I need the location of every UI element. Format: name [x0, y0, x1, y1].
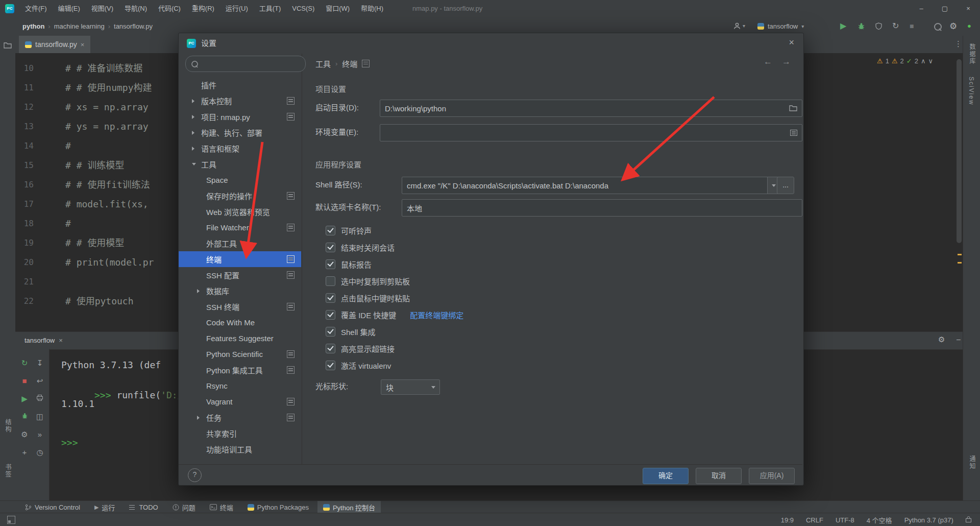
- toolwindow-todo[interactable]: TODO: [124, 501, 163, 513]
- soft-wrap-icon[interactable]: ↩: [34, 375, 45, 387]
- settings-tree-item-plugins[interactable]: 插件: [179, 77, 301, 93]
- menu-window[interactable]: 窗口(W): [321, 0, 354, 17]
- editor-code-line[interactable]: #: [65, 136, 71, 156]
- editor-code-line[interactable]: # 使用pytouch: [65, 292, 134, 311]
- console-settings-gear-icon[interactable]: ⚙: [938, 335, 945, 344]
- breadcrumb-folder[interactable]: machine learning: [54, 22, 105, 30]
- editor-code-line[interactable]: # # 准备训练数据: [65, 59, 142, 78]
- editor-code-line[interactable]: # # 使用fit训练法: [65, 175, 150, 195]
- checkbox-audible-bell[interactable]: [326, 226, 335, 235]
- menu-vcs[interactable]: VCS(S): [287, 0, 319, 17]
- console-command[interactable]: runfile(: [111, 390, 161, 400]
- stop-button[interactable]: ■: [910, 22, 914, 30]
- toolwindow-python-console[interactable]: Python 控制台: [317, 501, 381, 513]
- settings-tree-item-database[interactable]: 数据库: [179, 283, 301, 299]
- inspections-widget[interactable]: ⚠ 1 ⚠ 2 ✓ 2 ∧ ∨: [877, 57, 933, 65]
- run-button[interactable]: ▶: [840, 22, 846, 30]
- prev-problem-icon[interactable]: ∧: [921, 57, 926, 65]
- notifications-toolwindow-button[interactable]: 通知: [968, 456, 976, 470]
- chevron-right-icon[interactable]: [192, 147, 201, 151]
- user-dropdown-icon[interactable]: ▾: [743, 23, 745, 29]
- settings-tree-item-terminal[interactable]: 终端: [179, 251, 301, 267]
- checkbox-override-ide-shortcuts[interactable]: [326, 310, 335, 320]
- checkbox-copy-on-selection[interactable]: [326, 276, 335, 286]
- editor-options-icon[interactable]: ⋮: [954, 39, 962, 49]
- checkbox-activate-virtualenv[interactable]: [326, 361, 335, 370]
- database-toolwindow-button[interactable]: 数据库: [968, 43, 976, 65]
- minimize-button[interactable]: –: [910, 0, 933, 17]
- menu-view[interactable]: 视图(V): [87, 0, 118, 17]
- next-problem-icon[interactable]: ∨: [928, 57, 933, 65]
- settings-tree-item-rsync[interactable]: Rsync: [179, 378, 301, 394]
- editor-tab[interactable]: tansorflow.py ×: [19, 36, 90, 53]
- settings-tree-item-actions-on-save[interactable]: 保存时的操作: [179, 188, 301, 204]
- debug-button[interactable]: [857, 22, 865, 32]
- line-separator[interactable]: CRLF: [806, 516, 823, 524]
- indent-setting[interactable]: 4 个空格: [867, 515, 892, 525]
- breadcrumb-project[interactable]: python: [22, 22, 44, 30]
- browse-folder-icon[interactable]: [772, 95, 797, 122]
- env-variables-field[interactable]: [380, 124, 802, 141]
- start-directory-field[interactable]: D:\working\python: [380, 100, 802, 117]
- chevron-right-icon[interactable]: [192, 115, 201, 119]
- env-variables-browse-icon[interactable]: [773, 120, 797, 146]
- settings-tree-item-external-tools[interactable]: 外部工具: [179, 235, 301, 251]
- apply-button[interactable]: 应用(A): [749, 468, 795, 484]
- shell-path-combobox[interactable]: cmd.exe "/K" D:\anaconda\Scripts\activat…: [402, 177, 780, 194]
- sciview-toolwindow-button[interactable]: SciView: [968, 77, 975, 105]
- console-tab[interactable]: tansorflow ×: [24, 332, 63, 349]
- bookmarks-toolwindow-button[interactable]: 书签: [4, 464, 12, 478]
- editor-code-line[interactable]: # xs = np.array: [65, 98, 149, 117]
- checkbox-shell-integration[interactable]: [326, 327, 335, 337]
- chevron-right-icon[interactable]: [197, 289, 206, 293]
- menu-refactor[interactable]: 重构(R): [187, 0, 219, 17]
- settings-tree-item-tasks[interactable]: 任务: [179, 410, 301, 425]
- settings-tree-item-project[interactable]: 项目: nmap.py: [179, 109, 301, 125]
- settings-tree-item-python-scientific[interactable]: Python Scientific: [179, 346, 301, 362]
- settings-tree-item-web-browsers[interactable]: Web 浏览器和预览: [179, 204, 301, 220]
- menu-run[interactable]: 运行(U): [221, 0, 253, 17]
- checkbox-paste-on-middle-click[interactable]: [326, 293, 335, 303]
- cancel-button[interactable]: 取消: [696, 468, 742, 484]
- settings-tree-item-version-control[interactable]: 版本控制: [179, 93, 301, 109]
- settings-tree-item-features-suggester[interactable]: Features Suggester: [179, 330, 301, 346]
- checkbox-mouse-reporting[interactable]: [326, 259, 335, 269]
- editor-code-line[interactable]: # # 训练模型: [65, 156, 124, 175]
- toolwindow-run[interactable]: ▶ 运行: [89, 501, 120, 513]
- chevron-right-icon[interactable]: [192, 99, 201, 103]
- menu-file[interactable]: 文件(F): [20, 0, 52, 17]
- forward-icon[interactable]: →: [782, 57, 791, 67]
- settings-tree-item-tools[interactable]: 工具: [179, 156, 301, 172]
- settings-tree-item-ssh-configurations[interactable]: SSH 配置: [179, 267, 301, 283]
- user-icon[interactable]: [733, 22, 741, 32]
- editor-code-line[interactable]: # print(model.pr: [65, 253, 154, 272]
- settings-breadcrumb-tools[interactable]: 工具: [315, 58, 331, 69]
- settings-tree-item-file-watcher[interactable]: File Watcher: [179, 220, 301, 235]
- settings-gear-icon[interactable]: ⚙: [949, 21, 957, 32]
- settings-tree-item-languages-frameworks[interactable]: 语言和框架: [179, 140, 301, 156]
- project-toolwindow-icon[interactable]: [4, 42, 12, 50]
- new-console-icon[interactable]: +: [19, 447, 30, 458]
- scroll-to-end-icon[interactable]: ↧: [34, 357, 45, 369]
- run-icon[interactable]: ▶: [19, 393, 30, 404]
- file-encoding[interactable]: UTF-8: [836, 516, 854, 524]
- lock-icon[interactable]: [966, 516, 971, 524]
- settings-tree-item-build-execution-deployment[interactable]: 构建、执行、部署: [179, 125, 301, 140]
- settings-tree-item-code-with-me[interactable]: Code With Me: [179, 315, 301, 330]
- settings-tree-item-features-trainer[interactable]: 功能培训工具: [179, 441, 301, 457]
- editor-code-line[interactable]: # model.fit(xs,: [65, 195, 149, 214]
- settings-tree-item-space[interactable]: Space: [179, 172, 301, 188]
- hide-console-icon[interactable]: –: [957, 335, 961, 343]
- tab-close-icon[interactable]: ×: [59, 337, 63, 344]
- settings-tree-item-python-integrated-tools[interactable]: Python 集成工具: [179, 362, 301, 378]
- structure-toolwindow-button[interactable]: 结构: [4, 419, 12, 433]
- settings-tree-item-shared-indexes[interactable]: 共享索引: [179, 425, 301, 441]
- chevron-right-icon[interactable]: [197, 416, 206, 420]
- menu-tools[interactable]: 工具(T): [255, 0, 286, 17]
- print-icon[interactable]: [34, 393, 45, 404]
- settings-icon[interactable]: ⚙: [19, 429, 30, 440]
- toolwindow-python-packages[interactable]: Python Packages: [242, 501, 314, 513]
- toolwindow-toggle-icon[interactable]: [7, 516, 15, 524]
- chevron-right-icon[interactable]: [192, 131, 201, 135]
- dialog-close-icon[interactable]: ×: [789, 37, 794, 48]
